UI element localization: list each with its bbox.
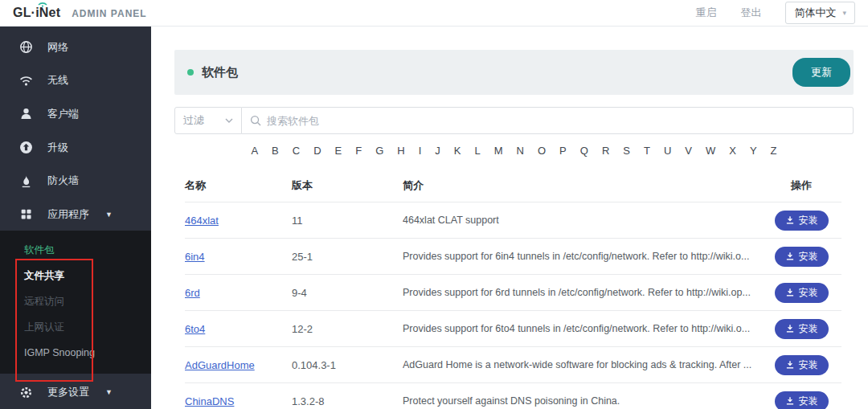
install-label: 安装	[799, 395, 818, 408]
download-icon	[785, 288, 795, 297]
package-version: 0.104.3-1	[292, 359, 403, 371]
submenu-item-packages[interactable]: 软件包	[0, 237, 151, 263]
update-button[interactable]: 更新	[792, 58, 850, 87]
package-desc: Protect yourself against DNS poisoning i…	[403, 395, 761, 407]
alphabet-letter[interactable]: X	[729, 145, 736, 157]
install-button[interactable]: 安装	[775, 211, 829, 231]
install-button[interactable]: 安装	[775, 319, 829, 339]
sidebar-item-label: 升级	[47, 141, 68, 155]
column-header-desc: 简介	[403, 178, 761, 193]
package-desc: Provides support for 6rd tunnels in /etc…	[403, 287, 761, 298]
apps-grid-icon	[19, 207, 33, 221]
alphabet-letter[interactable]: F	[355, 145, 362, 157]
table-header-row: 名称 版本 简介 操作	[185, 170, 841, 202]
alphabet-letter[interactable]: T	[644, 145, 650, 157]
sidebar-item-more-settings[interactable]: 更多设置 ▼	[0, 375, 151, 409]
table-row: 464xlat 11 464xlat CLAT support 安装	[185, 202, 841, 238]
filter-label: 过滤	[183, 113, 204, 128]
sidebar-item-label: 防火墙	[47, 174, 79, 188]
alphabet-letter[interactable]: M	[494, 145, 503, 157]
alphabet-letter[interactable]: O	[538, 145, 546, 157]
submenu-item-captive-portal[interactable]: 上网认证	[0, 314, 151, 340]
install-button[interactable]: 安装	[775, 391, 829, 409]
search-input[interactable]	[267, 115, 845, 127]
table-row: AdGuardHome 0.104.3-1 AdGuard Home is a …	[185, 346, 841, 382]
alphabet-letter[interactable]: S	[623, 145, 630, 157]
sidebar-item-label: 应用程序	[47, 207, 89, 222]
alphabet-letter[interactable]: J	[435, 145, 440, 157]
alphabet-letter[interactable]: B	[272, 145, 279, 157]
page-header-band: 软件包 更新	[174, 50, 854, 95]
column-header-version: 版本	[292, 178, 403, 193]
sidebar-item-upgrade[interactable]: 升级	[0, 131, 151, 165]
package-link[interactable]: AdGuardHome	[185, 359, 255, 371]
status-dot-icon	[187, 69, 194, 76]
install-button[interactable]: 安装	[775, 355, 829, 375]
alphabet-letter[interactable]: W	[706, 145, 715, 157]
sidebar-item-applications[interactable]: 应用程序 ▼	[0, 198, 151, 231]
wifi-icon	[19, 74, 33, 88]
package-link[interactable]: 6in4	[185, 251, 205, 263]
chevron-down-icon: ▾	[842, 9, 846, 17]
submenu-item-igmp-snooping[interactable]: IGMP Snooping	[0, 340, 151, 366]
alphabet-letter[interactable]: Y	[750, 145, 757, 157]
alphabet-letter[interactable]: E	[335, 145, 342, 157]
filter-dropdown[interactable]: 过滤	[174, 107, 242, 134]
download-icon	[785, 324, 795, 333]
alphabet-letter[interactable]: L	[475, 145, 481, 157]
alphabet-letter[interactable]: Q	[580, 145, 588, 157]
top-header: GL·iNet ADMIN PANEL 重启 登出 简体中文 ▾	[0, 0, 868, 27]
install-label: 安装	[799, 250, 818, 264]
sidebar-item-clients[interactable]: 客户端	[0, 97, 151, 131]
install-button[interactable]: 安装	[775, 283, 829, 303]
submenu-item-file-sharing[interactable]: 文件共享	[0, 263, 151, 288]
flame-icon	[19, 174, 33, 188]
alphabet-letter[interactable]: I	[419, 145, 422, 157]
download-icon	[785, 252, 795, 261]
sidebar-item-network[interactable]: 网络	[0, 31, 151, 64]
sidebar-item-firewall[interactable]: 防火墙	[0, 164, 151, 198]
package-link[interactable]: ChinaDNS	[185, 395, 234, 407]
submenu-item-remote-access[interactable]: 远程访问	[0, 288, 151, 314]
logout-button[interactable]: 登出	[740, 6, 761, 20]
brand-logo: GL·iNet	[13, 6, 60, 20]
alphabet-letter[interactable]: P	[559, 145, 567, 157]
alphabet-letter[interactable]: D	[313, 145, 321, 157]
alphabet-letter[interactable]: H	[397, 145, 404, 157]
alphabet-letter[interactable]: R	[602, 145, 609, 157]
restart-button[interactable]: 重启	[695, 6, 716, 20]
main-content: 软件包 更新 过滤 ABCDEFGHIJKLMNOPQRSTUVWXYZ 名称 …	[151, 27, 868, 409]
package-version: 12-2	[292, 323, 403, 335]
alphabet-letter[interactable]: V	[685, 145, 692, 157]
package-desc: 464xlat CLAT support	[403, 215, 761, 226]
package-desc: Provides support for 6to4 tunnels in /et…	[403, 323, 761, 334]
alphabet-letter[interactable]: Z	[771, 145, 777, 157]
package-link[interactable]: 464xlat	[185, 215, 219, 227]
column-header-action: 操作	[761, 178, 841, 193]
page-title: 软件包	[202, 65, 238, 80]
alphabet-letter[interactable]: U	[664, 145, 671, 157]
package-link[interactable]: 6rd	[185, 287, 200, 299]
install-button[interactable]: 安装	[775, 247, 829, 267]
package-link[interactable]: 6to4	[185, 323, 205, 335]
alphabet-letter[interactable]: K	[454, 145, 461, 157]
table-row: 6rd 9-4 Provides support for 6rd tunnels…	[185, 274, 841, 310]
language-select[interactable]: 简体中文 ▾	[785, 2, 855, 24]
sidebar-item-wireless[interactable]: 无线	[0, 64, 151, 98]
wifi-logo-icon	[38, 2, 47, 7]
package-version: 11	[292, 215, 403, 227]
alphabet-letter[interactable]: N	[517, 145, 524, 157]
install-label: 安装	[799, 286, 818, 300]
table-row: 6to4 12-2 Provides support for 6to4 tunn…	[185, 310, 841, 346]
install-label: 安装	[799, 358, 818, 372]
globe-icon	[19, 40, 33, 54]
caret-down-icon: ▼	[105, 388, 113, 396]
alphabet-letter[interactable]: C	[293, 145, 300, 157]
table-row: 6in4 25-1 Provides support for 6in4 tunn…	[185, 238, 841, 274]
alphabet-letter[interactable]: G	[375, 145, 383, 157]
download-icon	[785, 360, 795, 370]
package-desc: Provides support for 6in4 tunnels in /et…	[403, 251, 761, 262]
search-icon	[250, 115, 261, 126]
sidebar-item-label: 更多设置	[47, 385, 89, 399]
alphabet-letter[interactable]: A	[251, 145, 258, 157]
